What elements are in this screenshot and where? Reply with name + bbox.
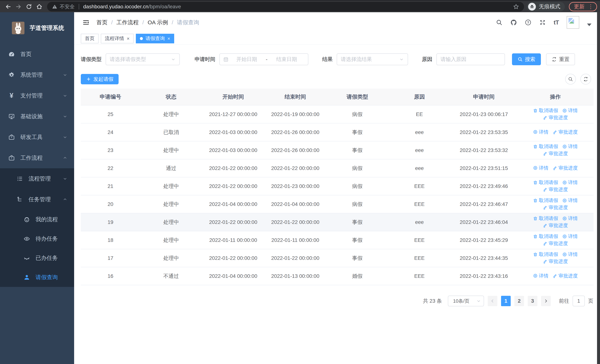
sidebar-item-workflow[interactable]: 工作流程 bbox=[0, 148, 74, 168]
create-leave-button[interactable]: 发起请假 bbox=[81, 74, 119, 84]
tab-close-icon[interactable]: × bbox=[127, 36, 130, 41]
tab-close-icon[interactable]: × bbox=[167, 36, 170, 41]
reset-button[interactable]: 重置 bbox=[546, 53, 575, 65]
tab-process-detail[interactable]: 流程详情 × bbox=[101, 34, 134, 43]
page-size-select[interactable]: 10条/页 bbox=[448, 296, 484, 306]
action-detail-link[interactable]: 详情 bbox=[533, 129, 548, 135]
action-cancel-link[interactable]: 取消请假 bbox=[533, 197, 558, 204]
browser-back-button[interactable] bbox=[3, 1, 13, 12]
action-detail-link[interactable]: 详情 bbox=[562, 251, 578, 258]
result-select[interactable]: 请选择流结果 bbox=[337, 53, 408, 65]
breadcrumb-item-current: 请假查询 bbox=[177, 19, 199, 26]
action-progress-link[interactable]: 审批进度 bbox=[543, 150, 568, 157]
page-scrollbar[interactable] bbox=[597, 12, 600, 364]
sidebar-item-payment[interactable]: ¥ 支付管理 bbox=[0, 85, 74, 106]
sidebar-item-process-mgmt[interactable]: 流程管理 bbox=[0, 168, 74, 189]
action-progress-link[interactable]: 审批进度 bbox=[543, 114, 568, 121]
browser-menu-dots-icon[interactable]: ⋮ bbox=[588, 4, 593, 9]
sidebar-item-infrastructure[interactable]: 基础设施 bbox=[0, 106, 74, 127]
leave-type-select[interactable]: 请选择请假类型 bbox=[106, 53, 180, 65]
cell-apply_time: 2022-01-22 23:45:29 bbox=[450, 231, 517, 249]
action-progress-link[interactable]: 审批进度 bbox=[553, 129, 578, 135]
browser-forward-button[interactable] bbox=[13, 1, 24, 12]
app-logo bbox=[12, 22, 24, 34]
breadcrumb-item[interactable]: 首页 bbox=[96, 19, 107, 26]
action-progress-link[interactable]: 审批进度 bbox=[543, 240, 568, 247]
tab-leave-query[interactable]: 请假查询 × bbox=[136, 34, 174, 43]
goto-page-input[interactable]: 1 bbox=[572, 296, 585, 306]
search-button[interactable]: 搜索 bbox=[512, 53, 541, 65]
trash-icon bbox=[533, 108, 538, 113]
cell-id: 19 bbox=[81, 213, 140, 231]
sidebar-item-my-process[interactable]: 我的流程 bbox=[0, 210, 74, 229]
action-detail-link[interactable]: 详情 bbox=[533, 165, 548, 171]
cell-id: 20 bbox=[81, 195, 140, 213]
action-detail-link[interactable]: 详情 bbox=[562, 197, 578, 204]
page-button-3[interactable]: 3 bbox=[528, 296, 537, 306]
apply-time-range-picker[interactable]: 开始日期 - 结束日期 bbox=[219, 53, 308, 65]
browser-update-button[interactable]: 更新 ⋮ bbox=[569, 2, 597, 11]
view-icon bbox=[533, 273, 538, 278]
action-detail-link[interactable]: 详情 bbox=[562, 143, 578, 150]
col-header-id: 申请编号 bbox=[81, 89, 140, 105]
next-page-button[interactable] bbox=[541, 296, 551, 306]
action-detail-link[interactable]: 详情 bbox=[562, 179, 578, 186]
refresh-table-button[interactable] bbox=[580, 74, 591, 84]
bookmark-star-icon[interactable] bbox=[513, 3, 519, 10]
action-cancel-link[interactable]: 取消请假 bbox=[533, 251, 558, 258]
help-icon[interactable]: ? bbox=[525, 19, 531, 26]
action-progress-link[interactable]: 审批进度 bbox=[543, 204, 568, 211]
action-progress-link[interactable]: 审批进度 bbox=[553, 165, 578, 171]
svg-text:?: ? bbox=[527, 20, 529, 24]
page-button-1[interactable]: 1 bbox=[501, 296, 511, 306]
sidebar-item-done-tasks[interactable]: 已办任务 bbox=[0, 248, 74, 268]
sidebar-item-todo-tasks[interactable]: 待办任务 bbox=[0, 229, 74, 248]
sidebar-item-home[interactable]: 首页 bbox=[0, 44, 74, 65]
address-bar[interactable]: 不安全 dashboard.yudao.iocoder.cn /bpm/oa/l… bbox=[47, 2, 524, 11]
action-cancel-link[interactable]: 取消请假 bbox=[533, 233, 558, 240]
sidebar-item-leave-query[interactable]: 请假查询 bbox=[0, 268, 74, 287]
page-button-2[interactable]: 2 bbox=[514, 296, 524, 306]
reason-input[interactable]: 请输入原因 bbox=[436, 53, 505, 65]
edit-pen-icon bbox=[543, 241, 548, 246]
cell-start: 2022-01-11 00:00:00 bbox=[202, 231, 264, 249]
avatar-caret-down-icon[interactable] bbox=[587, 24, 591, 26]
prev-page-button[interactable] bbox=[488, 296, 497, 306]
action-cancel-link[interactable]: 取消请假 bbox=[533, 143, 558, 150]
action-detail-link[interactable]: 详情 bbox=[562, 215, 578, 222]
sidebar-item-system[interactable]: 系统管理 bbox=[0, 65, 74, 85]
action-cancel-link[interactable]: 取消请假 bbox=[533, 179, 558, 186]
action-progress-link[interactable]: 审批进度 bbox=[543, 222, 568, 229]
toggle-search-button[interactable] bbox=[565, 74, 576, 84]
cell-type: 事假 bbox=[326, 213, 388, 231]
breadcrumb-item[interactable]: OA 示例 bbox=[148, 19, 168, 26]
action-cancel-link[interactable]: 取消请假 bbox=[533, 215, 558, 222]
action-detail-link[interactable]: 详情 bbox=[533, 273, 548, 279]
action-progress-link[interactable]: 审批进度 bbox=[553, 273, 578, 279]
eye-icon bbox=[23, 235, 31, 242]
search-icon[interactable] bbox=[496, 19, 503, 26]
sidebar-toggle-button[interactable] bbox=[81, 17, 91, 28]
top-navbar: 首页 / 工作流程 / OA 示例 / 请假查询 ? tT bbox=[74, 12, 597, 33]
action-progress-link[interactable]: 审批进度 bbox=[543, 258, 568, 265]
breadcrumb-item[interactable]: 工作流程 bbox=[116, 19, 139, 26]
cell-start: 2021-12-27 00:00:00 bbox=[202, 105, 264, 123]
font-size-icon[interactable]: tT bbox=[554, 19, 559, 26]
chevron-down-icon bbox=[63, 176, 67, 181]
fullscreen-icon[interactable] bbox=[539, 19, 546, 26]
view-icon bbox=[533, 166, 538, 170]
avatar[interactable] bbox=[567, 16, 579, 29]
eye-closed-icon bbox=[23, 255, 31, 261]
github-icon[interactable] bbox=[510, 19, 517, 26]
cell-id: 24 bbox=[81, 123, 140, 141]
tab-home[interactable]: 首页 bbox=[81, 34, 99, 43]
sidebar-item-dev-tools[interactable]: 研发工具 bbox=[0, 127, 74, 148]
browser-reload-button[interactable] bbox=[24, 1, 34, 12]
browser-home-button[interactable] bbox=[34, 1, 45, 12]
action-detail-link[interactable]: 详情 bbox=[562, 107, 578, 114]
action-cancel-link[interactable]: 取消请假 bbox=[533, 107, 558, 114]
sidebar-item-task-mgmt[interactable]: 任务管理 bbox=[0, 189, 74, 210]
tab-bar: 首页 流程详情 × 请假查询 × bbox=[74, 33, 597, 45]
action-progress-link[interactable]: 审批进度 bbox=[543, 186, 568, 193]
action-detail-link[interactable]: 详情 bbox=[562, 233, 578, 240]
